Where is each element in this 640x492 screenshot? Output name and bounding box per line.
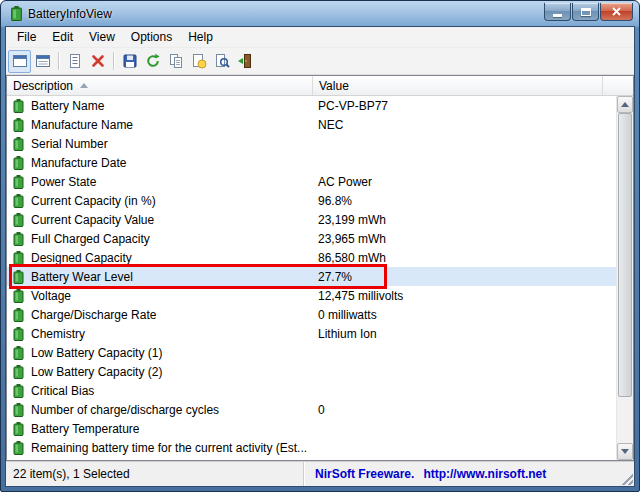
sort-ascending-icon bbox=[80, 83, 88, 88]
app-battery-icon bbox=[10, 6, 23, 21]
exit-icon bbox=[237, 53, 253, 69]
copy-button[interactable] bbox=[164, 50, 187, 73]
row-description-cell: Manufacture Date bbox=[7, 156, 313, 170]
row-description: Serial Number bbox=[31, 137, 108, 151]
battery-item-icon bbox=[13, 289, 24, 303]
battery-info-list: Description Value Battery Name PC-VP-BP7… bbox=[6, 75, 634, 461]
status-items-count: 22 item(s), 1 Selected bbox=[6, 462, 304, 486]
table-row[interactable]: Manufacture Name NEC bbox=[7, 115, 616, 134]
row-description: Battery Wear Level bbox=[31, 270, 133, 284]
maximize-button[interactable] bbox=[572, 3, 599, 21]
table-row[interactable]: Battery Wear Level 27.7% bbox=[7, 267, 616, 286]
column-header-value[interactable]: Value bbox=[313, 76, 603, 95]
nirsoft-website-link[interactable]: http://www.nirsoft.net bbox=[423, 467, 546, 481]
html-report-button[interactable] bbox=[187, 50, 210, 73]
menu-options[interactable]: Options bbox=[123, 28, 180, 46]
battery-item-icon bbox=[13, 403, 24, 417]
status-bar: 22 item(s), 1 Selected NirSoft Freeware.… bbox=[6, 461, 634, 486]
table-row[interactable]: Number of charge/discharge cycles 0 bbox=[7, 400, 616, 419]
row-description-cell: Charge/Discharge Rate bbox=[7, 308, 313, 322]
scroll-down-button[interactable] bbox=[617, 443, 633, 460]
row-description: Voltage bbox=[31, 289, 71, 303]
table-row[interactable]: Battery Name PC-VP-BP77 bbox=[7, 96, 616, 115]
table-row[interactable]: Voltage 12,475 millivolts bbox=[7, 286, 616, 305]
menu-help[interactable]: Help bbox=[180, 28, 221, 46]
row-value: 23,965 mWh bbox=[313, 232, 616, 246]
row-description-cell: Number of charge/discharge cycles bbox=[7, 403, 313, 417]
battery-item-icon bbox=[13, 118, 24, 132]
row-value: NEC bbox=[313, 118, 616, 132]
properties-button[interactable] bbox=[63, 50, 86, 73]
table-row[interactable]: Manufacture Date bbox=[7, 153, 616, 172]
show-battery-log-icon bbox=[35, 53, 51, 69]
find-icon bbox=[214, 53, 230, 69]
vertical-scrollbar[interactable] bbox=[616, 96, 633, 460]
table-row[interactable]: Critical Bias bbox=[7, 381, 616, 400]
row-value: 0 bbox=[313, 403, 616, 417]
table-row[interactable]: Serial Number bbox=[7, 134, 616, 153]
row-description: Critical Bias bbox=[31, 384, 94, 398]
show-battery-log-button[interactable] bbox=[31, 50, 54, 73]
exit-button[interactable] bbox=[233, 50, 256, 73]
list-body: Battery Name PC-VP-BP77 Manufacture Name… bbox=[7, 96, 616, 460]
menu-file[interactable]: File bbox=[9, 28, 44, 46]
table-row[interactable]: Chemistry Lithium Ion bbox=[7, 324, 616, 343]
table-row[interactable]: Designed Capacity 86,580 mWh bbox=[7, 248, 616, 267]
scroll-down-icon bbox=[621, 449, 629, 454]
table-row[interactable]: Current Capacity (in %) 96.8% bbox=[7, 191, 616, 210]
toolbar-separator bbox=[113, 52, 114, 70]
table-row[interactable]: Full Charged Capacity 23,965 mWh bbox=[7, 229, 616, 248]
row-value: 12,475 millivolts bbox=[313, 289, 616, 303]
row-value: AC Power bbox=[313, 175, 616, 189]
save-button[interactable] bbox=[118, 50, 141, 73]
refresh-button[interactable] bbox=[141, 50, 164, 73]
row-description: Battery Temperature bbox=[31, 422, 140, 436]
column-header-description[interactable]: Description bbox=[7, 76, 313, 95]
scrollbar-thumb[interactable] bbox=[618, 113, 632, 397]
menu-edit[interactable]: Edit bbox=[44, 28, 81, 46]
status-right-pane: NirSoft Freeware. http://www.nirsoft.net bbox=[304, 462, 634, 486]
properties-icon bbox=[67, 53, 83, 69]
battery-item-icon bbox=[13, 156, 24, 170]
minimize-button[interactable] bbox=[544, 3, 571, 21]
window-client-area: File Edit View Options Help bbox=[5, 26, 635, 487]
battery-item-icon bbox=[13, 99, 24, 113]
battery-item-icon bbox=[13, 422, 24, 436]
table-row[interactable]: Current Capacity Value 23,199 mWh bbox=[7, 210, 616, 229]
row-description: Current Capacity (in %) bbox=[31, 194, 156, 208]
table-row[interactable]: Battery Temperature bbox=[7, 419, 616, 438]
battery-item-icon bbox=[13, 346, 24, 360]
title-bar[interactable]: BatteryInfoView bbox=[5, 1, 635, 26]
row-description: Charge/Discharge Rate bbox=[31, 308, 156, 322]
row-description-cell: Manufacture Name bbox=[7, 118, 313, 132]
row-description-cell: Low Battery Capacity (1) bbox=[7, 346, 313, 360]
maximize-icon bbox=[581, 8, 591, 16]
copy-icon bbox=[168, 53, 184, 69]
row-description-cell: Battery Temperature bbox=[7, 422, 313, 436]
table-row[interactable]: Remaining battery time for the current a… bbox=[7, 438, 616, 457]
scrollbar-track[interactable] bbox=[617, 113, 633, 443]
close-button[interactable] bbox=[600, 3, 633, 21]
find-button[interactable] bbox=[210, 50, 233, 73]
table-row[interactable]: Low Battery Capacity (1) bbox=[7, 343, 616, 362]
battery-item-icon bbox=[13, 270, 24, 284]
refresh-icon bbox=[145, 53, 161, 69]
save-icon bbox=[122, 53, 138, 69]
battery-item-icon bbox=[13, 251, 24, 265]
row-value: 27.7% bbox=[313, 270, 616, 284]
show-battery-info-button[interactable] bbox=[8, 50, 31, 73]
column-header-description-label: Description bbox=[13, 79, 73, 93]
table-row[interactable]: Power State AC Power bbox=[7, 172, 616, 191]
menu-view[interactable]: View bbox=[81, 28, 123, 46]
window-title: BatteryInfoView bbox=[28, 7, 112, 21]
table-row[interactable]: Charge/Discharge Rate 0 milliwatts bbox=[7, 305, 616, 324]
table-row[interactable]: Low Battery Capacity (2) bbox=[7, 362, 616, 381]
scroll-up-button[interactable] bbox=[617, 96, 633, 113]
battery-item-icon bbox=[13, 441, 24, 455]
row-description-cell: Voltage bbox=[7, 289, 313, 303]
delete-button[interactable] bbox=[86, 50, 109, 73]
row-description-cell: Power State bbox=[7, 175, 313, 189]
row-value: 23,199 mWh bbox=[313, 213, 616, 227]
row-description: Manufacture Date bbox=[31, 156, 126, 170]
row-description: Remaining battery time for the current a… bbox=[31, 441, 307, 455]
